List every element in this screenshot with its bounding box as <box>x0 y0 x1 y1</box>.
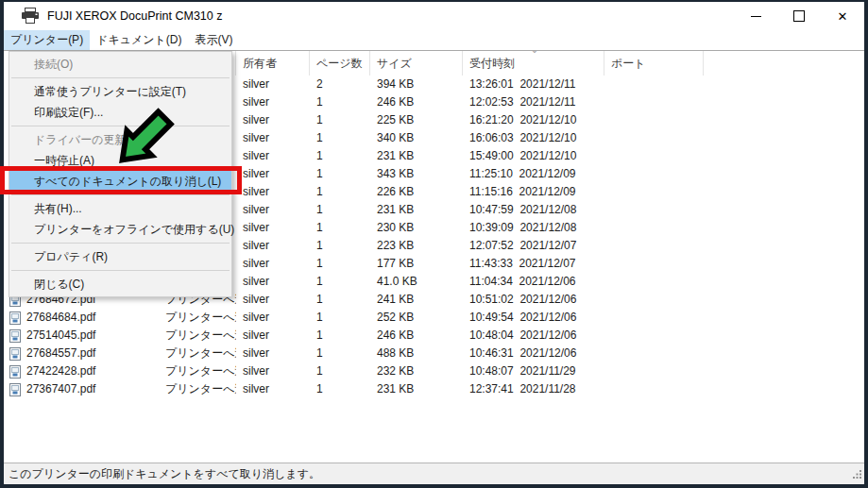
document-pages: 1 <box>310 93 370 111</box>
document-port <box>604 165 704 183</box>
document-name: 27422428.pdf <box>26 362 95 380</box>
document-pages: 1 <box>310 291 370 309</box>
table-row[interactable]: 27684684.pdf プリンターへ送信 silver 1 252 KB 10… <box>4 309 864 327</box>
document-owner: silver <box>236 237 310 255</box>
document-received-time: 10:47:59 2021/12/08 <box>463 201 604 219</box>
document-owner: silver <box>236 327 310 345</box>
document-icon <box>9 329 21 343</box>
document-owner: silver <box>236 201 310 219</box>
header-size[interactable]: サイズ <box>370 51 463 76</box>
header-filler <box>704 51 864 76</box>
menu-item-properties[interactable]: プロパティ(R) <box>9 246 231 267</box>
document-pages: 1 <box>310 219 370 237</box>
document-size: 226 KB <box>370 183 463 201</box>
menu-separator <box>9 267 231 274</box>
document-port <box>604 237 704 255</box>
minimize-icon <box>751 16 761 17</box>
document-name: 27684557.pdf <box>26 345 95 362</box>
document-owner: silver <box>236 111 310 129</box>
maximize-button[interactable] <box>777 2 821 30</box>
document-port <box>604 129 704 147</box>
document-received-time: 10:48:07 2021/11/29 <box>463 362 604 380</box>
table-row[interactable]: 27367407.pdf プリンターへ送信 silver 1 231 KB 12… <box>4 380 864 398</box>
document-port <box>604 183 704 201</box>
minimize-button[interactable] <box>734 2 777 30</box>
document-size: 252 KB <box>370 309 463 327</box>
document-status: プリンターへ送信 <box>159 327 236 345</box>
document-owner: silver <box>236 291 310 309</box>
document-size: 340 KB <box>370 129 463 147</box>
document-pages: 1 <box>310 183 370 201</box>
menu-bar: プリンター(P) ドキュメント(D) 表示(V) <box>4 30 864 50</box>
close-icon: ✕ <box>838 10 848 23</box>
menu-item-connect: 接続(O) <box>9 54 231 75</box>
document-port <box>604 219 704 237</box>
document-received-time: 12:02:53 2021/12/11 <box>463 93 604 111</box>
document-pages: 1 <box>310 201 370 219</box>
document-icon <box>9 383 21 396</box>
document-size: 177 KB <box>370 255 463 273</box>
document-size: 394 KB <box>370 76 463 93</box>
menubar-item-printer[interactable]: プリンター(P) <box>4 30 90 50</box>
resize-grip-icon[interactable] <box>852 469 862 482</box>
document-owner: silver <box>236 380 310 398</box>
document-pages: 1 <box>310 165 370 183</box>
document-port <box>604 201 704 219</box>
document-pages: 1 <box>310 273 370 291</box>
document-owner: silver <box>236 219 310 237</box>
document-received-time: 10:46:31 2021/12/06 <box>463 345 604 362</box>
header-owner[interactable]: 所有者 <box>236 51 310 76</box>
window-title: FUJI XEROX DocuPrint CM310 z <box>47 9 222 23</box>
document-port <box>604 327 704 345</box>
header-port[interactable]: ポート <box>604 51 704 76</box>
menu-item-use-printer-offline[interactable]: プリンターをオフラインで使用する(U) <box>9 219 231 240</box>
document-name: 27367407.pdf <box>26 380 95 398</box>
document-port <box>604 345 704 362</box>
status-bar: このプリンターの印刷ドキュメントをすべて取り消します。 <box>4 463 864 484</box>
document-received-time: 11:43:33 2021/12/07 <box>463 255 604 273</box>
document-owner: silver <box>236 309 310 327</box>
document-size: 231 KB <box>370 201 463 219</box>
header-pages[interactable]: ページ数 <box>310 51 370 76</box>
document-size: 41.0 KB <box>370 273 463 291</box>
printer-icon <box>21 8 40 25</box>
status-text: このプリンターの印刷ドキュメントをすべて取り消します。 <box>9 466 320 482</box>
document-size: 246 KB <box>370 327 463 345</box>
menu-item-sharing[interactable]: 共有(H)... <box>9 198 231 219</box>
document-received-time: 10:51:02 2021/12/06 <box>463 291 604 309</box>
menubar-item-view[interactable]: 表示(V) <box>188 30 239 50</box>
document-icon <box>9 365 21 379</box>
document-size: 241 KB <box>370 291 463 309</box>
document-name: 27684684.pdf <box>26 309 95 327</box>
document-received-time: 16:06:03 2021/12/10 <box>463 129 604 147</box>
menu-separator <box>9 75 231 81</box>
document-port <box>604 255 704 273</box>
document-icon <box>9 311 21 325</box>
document-pages: 1 <box>310 255 370 273</box>
document-size: 231 KB <box>370 147 463 165</box>
document-port <box>604 147 704 165</box>
title-bar[interactable]: FUJI XEROX DocuPrint CM310 z ✕ <box>4 2 864 30</box>
menubar-item-document[interactable]: ドキュメント(D) <box>90 30 188 50</box>
document-owner: silver <box>236 362 310 380</box>
table-row[interactable]: 27684557.pdf プリンターへ送信 silver 1 488 KB 10… <box>4 345 864 362</box>
document-received-time: 11:04:34 2021/12/06 <box>463 273 604 291</box>
menu-item-close[interactable]: 閉じる(C) <box>9 274 231 294</box>
document-pages: 1 <box>310 111 370 129</box>
document-pages: 1 <box>310 129 370 147</box>
document-pages: 1 <box>310 380 370 398</box>
document-received-time: 12:07:52 2021/12/07 <box>463 237 604 255</box>
document-owner: silver <box>236 76 310 93</box>
sort-descending-icon[interactable]: ⌄ <box>525 50 544 55</box>
document-received-time: 16:21:20 2021/12/10 <box>463 111 604 129</box>
document-port <box>604 76 704 93</box>
table-row[interactable]: 27514045.pdf プリンターへ送信 silver 1 246 KB 10… <box>4 327 864 345</box>
document-pages: 1 <box>310 309 370 327</box>
close-button[interactable]: ✕ <box>821 2 864 30</box>
document-received-time: 11:15:16 2021/12/09 <box>463 183 604 201</box>
document-received-time: 13:26:01 2021/12/11 <box>463 76 604 93</box>
document-pages: 1 <box>310 345 370 362</box>
document-status: プリンターへ送信 <box>159 345 236 362</box>
document-owner: silver <box>236 273 310 291</box>
table-row[interactable]: 27422428.pdf プリンターへ送信 silver 1 232 KB 10… <box>4 362 864 380</box>
